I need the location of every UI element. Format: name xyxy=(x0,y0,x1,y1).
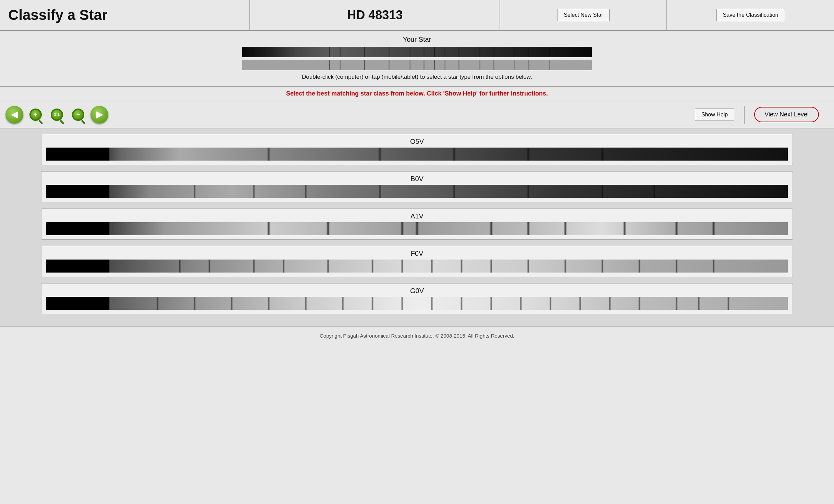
view-next-level-section: View Next Level xyxy=(745,104,829,125)
star-class-spectrum-canvas xyxy=(46,148,788,161)
select-new-star-button[interactable]: Select New Star xyxy=(557,9,610,21)
star-class-item[interactable]: G0V xyxy=(41,283,793,314)
star-class-label: F0V xyxy=(46,250,788,257)
star-class-item[interactable]: B0V xyxy=(41,171,793,202)
app-title: Classify a Star xyxy=(8,7,108,23)
view-next-level-button[interactable]: View Next Level xyxy=(754,107,819,122)
footer-text: Copyright Pisgah Astronomical Research I… xyxy=(320,333,514,339)
star-name-section: HD 48313 xyxy=(250,0,500,30)
next-button[interactable]: ▶ xyxy=(90,106,108,124)
zoom-in-icon: + xyxy=(29,109,42,121)
your-star-instruction: Double-click (computer) or tap (mobile/t… xyxy=(5,74,829,80)
header: Classify a Star HD 48313 Select New Star… xyxy=(0,0,834,31)
show-help-section: Show Help xyxy=(685,106,745,124)
zoom-out-symbol: − xyxy=(76,112,80,118)
save-section: Save the Classification xyxy=(667,0,834,30)
zoom-reset-icon: 1:1 xyxy=(51,109,63,121)
star-class-spectrum-canvas xyxy=(46,222,788,235)
zoom-out-icon: − xyxy=(72,109,84,121)
star-class-label: O5V xyxy=(46,138,788,146)
star-class-label: A1V xyxy=(46,212,788,220)
toolbar-left: ◀ + 1:1 − ▶ xyxy=(5,106,685,124)
your-star-spectrum-container xyxy=(242,47,592,70)
star-class-item[interactable]: F0V xyxy=(41,246,793,277)
star-class-label: G0V xyxy=(46,287,788,295)
star-classes-section: O5VB0VA1VF0VG0V xyxy=(0,128,834,326)
zoom-reset-button[interactable]: 1:1 xyxy=(48,106,66,124)
zoom-out-button[interactable]: − xyxy=(69,106,87,124)
star-name: HD 48313 xyxy=(347,8,403,22)
star-class-spectrum-canvas xyxy=(46,185,788,198)
zoom-in-symbol: + xyxy=(34,112,38,118)
save-classification-button[interactable]: Save the Classification xyxy=(716,9,785,21)
star-class-item[interactable]: O5V xyxy=(41,134,793,165)
your-star-section: Your Star Double-click (computer) or tap… xyxy=(0,31,834,87)
app-title-section: Classify a Star xyxy=(0,0,250,30)
prev-button[interactable]: ◀ xyxy=(5,106,23,124)
star-class-item[interactable]: A1V xyxy=(41,209,793,240)
select-instruction-bar: Select the best matching star class from… xyxy=(0,87,834,101)
select-new-star-section: Select New Star xyxy=(500,0,667,30)
your-star-spectrum-band-2[interactable] xyxy=(242,60,592,70)
your-star-spectrum-band-1[interactable] xyxy=(242,47,592,57)
toolbar-right: Show Help View Next Level xyxy=(685,104,829,125)
toolbar: ◀ + 1:1 − ▶ Show Help View Next Level xyxy=(0,101,834,128)
star-class-spectrum-canvas xyxy=(46,260,788,273)
zoom-reset-symbol: 1:1 xyxy=(54,113,60,116)
show-help-button[interactable]: Show Help xyxy=(695,109,734,121)
star-class-spectrum-canvas xyxy=(46,297,788,310)
star-class-label: B0V xyxy=(46,175,788,183)
your-star-label: Your Star xyxy=(5,36,829,43)
footer: Copyright Pisgah Astronomical Research I… xyxy=(0,326,834,345)
zoom-in-button[interactable]: + xyxy=(27,106,45,124)
select-instruction-text: Select the best matching star class from… xyxy=(286,90,548,97)
